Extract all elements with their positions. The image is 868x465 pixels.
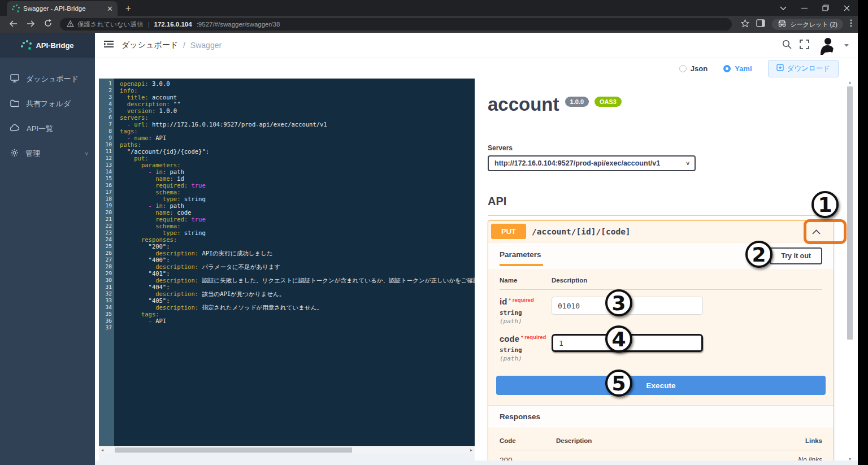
api-bridge-favicon [11, 5, 19, 12]
param-type: string [500, 346, 552, 354]
api-bridge-logo-icon [21, 40, 31, 50]
scroll-up-arrow-icon[interactable]: ▴ [846, 80, 854, 85]
select-chevron-icon: ˅ [686, 160, 689, 167]
page-background-strip [95, 460, 858, 465]
sidebar-item-dashboard[interactable]: ダッシュボード [0, 67, 95, 92]
breadcrumb-current: Swagger [190, 41, 222, 50]
param-name: id [500, 297, 507, 306]
swagger-vertical-scrollbar[interactable]: ▴ ▾ [846, 80, 854, 462]
sidebar-logo: API-Bridge [0, 33, 95, 58]
breadcrumb-dashboard[interactable]: ダッシュボード [121, 40, 178, 50]
responses-col-description: Description [556, 437, 805, 444]
brand-name: API-Bridge [36, 41, 73, 50]
address-bar[interactable]: 保護されていない通信 | 172.16.0.104 :9527/#/swagge… [60, 18, 732, 31]
hamburger-icon[interactable] [104, 40, 114, 50]
tab-close-icon[interactable]: ✕ [107, 5, 113, 13]
scroll-right-arrow-icon[interactable]: ▸ [470, 447, 472, 453]
code-editor[interactable]: 1234567891011121314151617181920212223242… [99, 79, 475, 446]
swagger-ui-panel: account 1.0.0 OAS3 Servers http://172.16… [478, 79, 858, 465]
parameters-tab[interactable]: Parameters [500, 250, 543, 266]
scrollbar-thumb[interactable] [115, 447, 352, 453]
breadcrumb: ダッシュボード / Swagger [121, 40, 222, 50]
gear-icon [10, 149, 19, 159]
incognito-badge[interactable]: シークレット (2) [772, 19, 843, 30]
browser-menu-kebab-icon[interactable] [850, 19, 852, 29]
minimize-icon[interactable] [801, 5, 808, 11]
radio-circle-icon [723, 65, 731, 72]
param-location: (path) [500, 355, 552, 362]
browser-tab[interactable]: Swagger - API-Bridge ✕ [7, 1, 118, 16]
server-select[interactable]: http://172.16.0.104:9527/prod-api/exec/a… [488, 155, 696, 171]
yaml-radio[interactable]: Yaml [723, 64, 752, 73]
param-row-id: id* required string (path) [500, 290, 822, 327]
url-host: 172.16.0.104 [154, 21, 192, 28]
scroll-left-arrow-icon[interactable]: ◂ [101, 447, 103, 453]
side-panel-icon[interactable] [756, 19, 765, 29]
json-radio[interactable]: Json [679, 64, 708, 73]
not-secure-warning[interactable]: 保護されていない通信 [67, 20, 144, 29]
param-row-code: code* required string (path) [500, 327, 822, 364]
editor-horizontal-scrollbar[interactable]: ◂ ▸ [99, 446, 475, 453]
sidebar-item-label: 共有フォルダ [26, 99, 71, 109]
search-icon[interactable] [782, 40, 792, 51]
param-name: code [500, 334, 519, 344]
incognito-icon [778, 20, 787, 28]
bookmark-star-icon[interactable] [741, 19, 749, 30]
close-window-icon[interactable] [844, 5, 850, 11]
cloud-icon [10, 124, 20, 133]
required-marker: * required [509, 297, 533, 303]
parameters-header: Parameters Try it out [488, 242, 834, 269]
forward-icon[interactable] [27, 19, 35, 29]
download-button[interactable]: ダウンロード [768, 60, 839, 77]
user-avatar[interactable] [817, 36, 836, 55]
put-method-badge: PUT [491, 224, 526, 239]
param-col-description: Description [552, 277, 587, 284]
responses-col-links: Links [805, 437, 822, 444]
api-section-title: API [488, 195, 834, 216]
sidebar-item-api-list[interactable]: API一覧 [0, 116, 95, 141]
url-path: :9527/#/swagger/swagger/38 [197, 21, 280, 28]
window-menu-chevron-icon[interactable] [780, 6, 787, 10]
new-tab-button[interactable]: + [125, 1, 131, 16]
annotation-circle-2: 2 [745, 241, 772, 268]
back-icon[interactable] [9, 19, 18, 29]
execute-button[interactable]: Execute [496, 376, 826, 395]
api-title: account [488, 94, 559, 115]
annotation-circle-3: 3 [605, 289, 632, 316]
try-it-out-button[interactable]: Try it out [770, 247, 822, 264]
annotation-highlight-collapse-button [804, 219, 847, 244]
user-menu-caret-icon[interactable] [844, 44, 849, 47]
annotation-circle-5: 5 [605, 370, 632, 397]
required-marker: * required [521, 334, 546, 340]
screen: Swagger - API-Bridge ✕ + 保護されていない通信 [0, 0, 868, 465]
editor-code[interactable]: openapi: 3.0.0info: title: account descr… [114, 79, 475, 446]
oas3-badge: OAS3 [594, 97, 622, 107]
fullscreen-icon[interactable] [800, 40, 809, 51]
sidebar-item-label: 管理 [25, 149, 40, 159]
annotation-circle-4: 4 [605, 325, 632, 353]
responses-section-title: Responses [488, 405, 834, 428]
restore-icon[interactable] [822, 5, 829, 11]
param-col-name: Name [500, 277, 552, 284]
sidebar-item-shared-folder[interactable]: 共有フォルダ [0, 92, 95, 116]
sidebar-item-admin[interactable]: 管理 ˅ [0, 141, 95, 166]
dashboard-icon [10, 74, 19, 84]
warning-triangle-icon [67, 20, 74, 28]
scrollbar-thumb[interactable] [847, 86, 853, 340]
folder-icon [10, 99, 19, 109]
tab-title: Swagger - API-Bridge [23, 5, 103, 12]
download-icon [776, 64, 784, 73]
sidebar-item-label: API一覧 [27, 124, 53, 134]
servers-label: Servers [488, 144, 834, 152]
reload-icon[interactable] [44, 19, 52, 29]
operation-path: /account/[id]/[code] [532, 227, 631, 236]
format-controls: Json Yaml ダウンロード [95, 58, 858, 79]
responses-col-code: Code [500, 437, 556, 444]
editor-line-numbers: 1234567891011121314151617181920212223242… [99, 79, 114, 446]
param-location: (path) [500, 318, 552, 325]
param-type: string [500, 309, 552, 316]
yaml-editor-panel: 1234567891011121314151617181920212223242… [99, 79, 475, 465]
operation-summary[interactable]: PUT /account/[id]/[code] [488, 221, 834, 242]
sidebar: API-Bridge ダッシュボード 共有フォルダ API一覧 管理 [0, 33, 95, 465]
chevron-down-icon: ˅ [85, 151, 88, 157]
